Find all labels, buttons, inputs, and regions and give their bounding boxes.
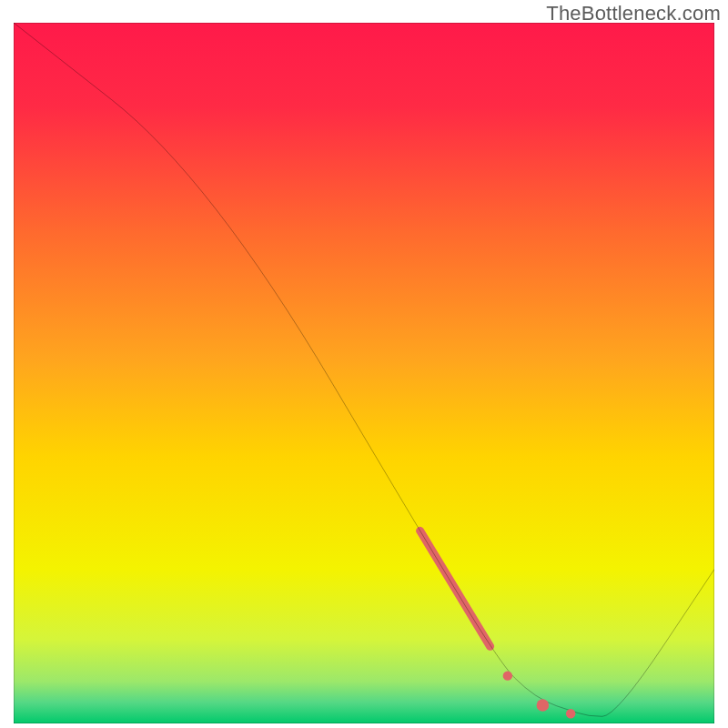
highlight-dot-1 — [503, 671, 512, 680]
bottleneck-chart — [14, 23, 714, 723]
highlight-dot-2 — [537, 699, 550, 712]
watermark-label: TheBottleneck.com — [546, 2, 721, 25]
chart-background — [14, 23, 714, 723]
highlight-dot-3 — [566, 709, 575, 718]
chart-frame: TheBottleneck.com — [0, 0, 728, 728]
